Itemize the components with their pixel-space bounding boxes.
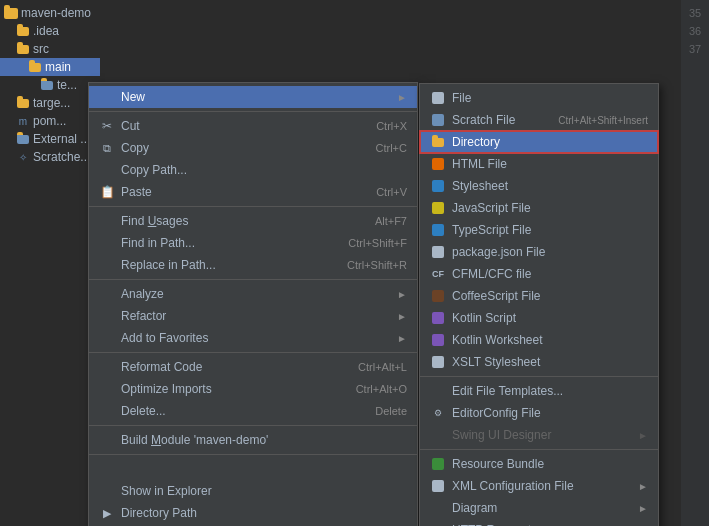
paste-icon: 📋 [99, 184, 115, 200]
menu-sep-1 [89, 111, 417, 112]
optimize-icon [99, 381, 115, 397]
menu-item-add-favorites[interactable]: Add to Favorites ► [89, 327, 417, 349]
submenu-item-package-json[interactable]: package.json File [420, 241, 658, 263]
replace-shortcut: Ctrl+Shift+R [347, 259, 407, 271]
line-num-36: 36 [689, 22, 701, 40]
menu-item-build[interactable]: Build Module 'maven-demo' [89, 429, 417, 451]
folder-icon-idea [16, 24, 30, 38]
paste-shortcut: Ctrl+V [376, 186, 407, 198]
submenu-item-http[interactable]: H HTTP Request [420, 519, 658, 526]
menu-label-reformat: Reformat Code [121, 360, 338, 374]
file-icon-pom: m [16, 114, 30, 128]
menu-item-delete[interactable]: Delete... Delete [89, 400, 417, 422]
menu-item-new[interactable]: New ► [89, 86, 417, 108]
menu-item-show-explorer[interactable] [89, 458, 417, 480]
menu-item-find-usages[interactable]: Find Usages Alt+F7 [89, 210, 417, 232]
menu-item-paste[interactable]: 📋 Paste Ctrl+V [89, 181, 417, 203]
menu-label-analyze: Analyze [121, 287, 393, 301]
tree-label-main: main [45, 60, 71, 74]
coffee-icon [430, 288, 446, 304]
menu-label-cut: Cut [121, 119, 356, 133]
analyze-arrow: ► [397, 289, 407, 300]
directory-icon [430, 134, 446, 150]
submenu-label-diagram: Diagram [452, 501, 634, 515]
tree-item-scratches[interactable]: ✧ Scratche... [0, 148, 100, 166]
ts-icon [430, 222, 446, 238]
submenu-item-resource[interactable]: Resource Bundle [420, 453, 658, 475]
submenu-label-kotlin-script: Kotlin Script [452, 311, 648, 325]
menu-item-optimize[interactable]: Optimize Imports Ctrl+Alt+O [89, 378, 417, 400]
tree-item-main[interactable]: main [0, 58, 100, 76]
menu-item-directory-path[interactable]: Show in Explorer [89, 480, 417, 502]
optimize-shortcut: Ctrl+Alt+O [356, 383, 407, 395]
refactor-icon [99, 308, 115, 324]
submenu-label-file: File [452, 91, 648, 105]
submenu-item-diagram[interactable]: Diagram ► [420, 497, 658, 519]
tree-item-label: maven-demo [21, 6, 91, 20]
submenu-label-cfml: CFML/CFC file [452, 267, 648, 281]
menu-item-replace-in-path[interactable]: Replace in Path... Ctrl+Shift+R [89, 254, 417, 276]
submenu-item-swing[interactable]: Swing UI Designer ► [420, 424, 658, 446]
menu-label-favorites: Add to Favorites [121, 331, 393, 345]
tree-item-target[interactable]: targe... [0, 94, 100, 112]
tree-label-test: te... [57, 78, 77, 92]
submenu-item-directory[interactable]: Directory [420, 131, 658, 153]
editorconfig-icon: ⚙ [430, 405, 446, 421]
submenu-item-coffee[interactable]: CoffeeScript File [420, 285, 658, 307]
menu-item-analyze[interactable]: Analyze ► [89, 283, 417, 305]
find-usages-icon [99, 213, 115, 229]
copy-path-icon [99, 162, 115, 178]
submenu-item-kotlin-script[interactable]: Kotlin Script [420, 307, 658, 329]
http-icon: H [430, 522, 446, 526]
menu-item-terminal[interactable]: ▶ Directory Path [89, 502, 417, 524]
html-icon [430, 156, 446, 172]
menu-item-find-in-path[interactable]: Find in Path... Ctrl+Shift+F [89, 232, 417, 254]
menu-item-refactor[interactable]: Refactor ► [89, 305, 417, 327]
tree-item-external[interactable]: External ... [0, 130, 100, 148]
submenu-item-kotlin-worksheet[interactable]: Kotlin Worksheet [420, 329, 658, 351]
menu-item-copy[interactable]: ⧉ Copy Ctrl+C [89, 137, 417, 159]
terminal-icon: ▶ [99, 505, 115, 521]
submenu-label-xml: XML Configuration File [452, 479, 634, 493]
submenu-item-ts[interactable]: TypeScript File [420, 219, 658, 241]
submenu-item-file[interactable]: File [420, 87, 658, 109]
submenu-label-js: JavaScript File [452, 201, 648, 215]
submenu-item-xml[interactable]: XML Configuration File ► [420, 475, 658, 497]
menu-label-replace-in-path: Replace in Path... [121, 258, 327, 272]
submenu-label-swing: Swing UI Designer [452, 428, 634, 442]
submenu-label-html: HTML File [452, 157, 648, 171]
menu-label-delete: Delete... [121, 404, 355, 418]
submenu-item-scratch[interactable]: Scratch File Ctrl+Alt+Shift+Insert [420, 109, 658, 131]
submenu-item-editorconfig[interactable]: ⚙ EditorConfig File [420, 402, 658, 424]
folder-icon-external [16, 132, 30, 146]
tree-item-test[interactable]: te... [0, 76, 100, 94]
tree-item-root[interactable]: maven-demo [0, 4, 100, 22]
tree-item-src[interactable]: src [0, 40, 100, 58]
menu-item-reformat[interactable]: Reformat Code Ctrl+Alt+L [89, 356, 417, 378]
replace-in-path-icon [99, 257, 115, 273]
submenu-item-js[interactable]: JavaScript File [420, 197, 658, 219]
submenu-item-stylesheet[interactable]: Stylesheet [420, 175, 658, 197]
menu-item-copy-path[interactable]: Copy Path... [89, 159, 417, 181]
submenu-item-xslt[interactable]: XSLT Stylesheet [420, 351, 658, 373]
submenu-label-coffee: CoffeeScript File [452, 289, 648, 303]
tree-item-pom[interactable]: m pom... [0, 112, 100, 130]
json-icon [430, 244, 446, 260]
submenu-label-package-json: package.json File [452, 245, 648, 259]
submenu-label-xslt: XSLT Stylesheet [452, 355, 648, 369]
project-tree: maven-demo .idea src main te... targe... [0, 0, 100, 526]
submenu-item-edit-templates[interactable]: Edit File Templates... [420, 380, 658, 402]
menu-item-cut[interactable]: ✂ Cut Ctrl+X [89, 115, 417, 137]
folder-icon-src [16, 42, 30, 56]
swing-arrow: ► [638, 430, 648, 441]
favorites-arrow: ► [397, 333, 407, 344]
submenu-item-html[interactable]: HTML File [420, 153, 658, 175]
find-usages-shortcut: Alt+F7 [375, 215, 407, 227]
tree-item-idea[interactable]: .idea [0, 22, 100, 40]
copy-icon: ⧉ [99, 140, 115, 156]
submenu-item-cfml[interactable]: CF CFML/CFC file [420, 263, 658, 285]
submenu-label-kotlin-worksheet: Kotlin Worksheet [452, 333, 648, 347]
line-num-35: 35 [689, 4, 701, 22]
dir-path-icon [99, 483, 115, 499]
menu-label-optimize: Optimize Imports [121, 382, 336, 396]
